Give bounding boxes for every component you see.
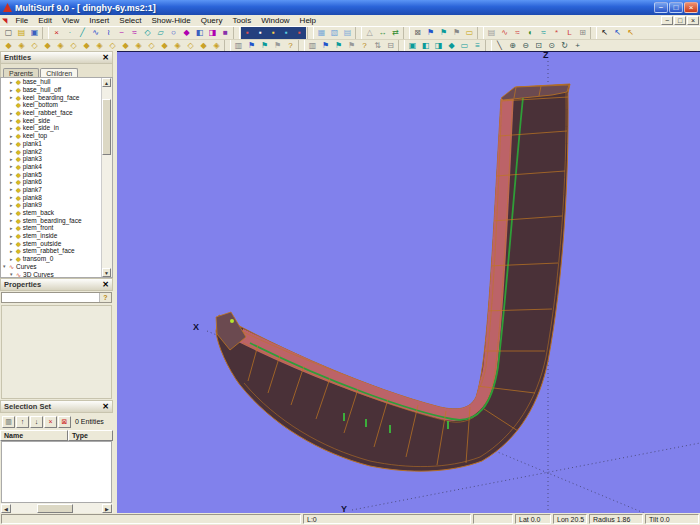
menu-window[interactable]: Window xyxy=(256,16,294,25)
tree-item-stem_back[interactable]: ▸◆stem_back xyxy=(1,209,112,217)
tree-item-plank3[interactable]: ▸◆plank3 xyxy=(1,155,112,163)
menu-help[interactable]: Help xyxy=(295,16,321,25)
hide-children-icon[interactable]: ⚑ xyxy=(258,40,271,52)
child-close-button[interactable]: × xyxy=(687,16,699,25)
surface-developable-icon[interactable]: ◈ xyxy=(54,40,67,52)
tree-scrollbar[interactable]: ▲ ▼ xyxy=(101,78,112,277)
insert-point-icon[interactable]: ∙ xyxy=(63,27,76,39)
show-names-icon[interactable]: ⊟ xyxy=(384,40,397,52)
close-icon[interactable]: ✕ xyxy=(102,281,109,289)
show-marks-icon[interactable]: ⇅ xyxy=(371,40,384,52)
tree-item-curves[interactable]: ▾∿Curves xyxy=(1,263,112,271)
tip-point[interactable] xyxy=(230,319,234,323)
surface-arclofted-icon[interactable]: ◆ xyxy=(2,40,15,52)
show-children-icon[interactable]: ⚑ xyxy=(332,40,345,52)
surface-revolution-icon[interactable]: ◇ xyxy=(106,40,119,52)
insert-bcurve-icon[interactable]: ≀ xyxy=(102,27,115,39)
tree-item-stem_bearding_face[interactable]: ▸◆stem_bearding_face xyxy=(1,216,112,224)
hide-all-icon[interactable]: ⚑ xyxy=(271,40,284,52)
hide-query-icon[interactable]: ? xyxy=(284,40,297,52)
zoom-window-icon[interactable]: ⊡ xyxy=(532,40,545,52)
select-poly-cursor-icon[interactable]: ↖ xyxy=(624,27,637,39)
next-view-icon[interactable]: ⇄ xyxy=(389,27,402,39)
tree-item-plank5[interactable]: ▸◆plank5 xyxy=(1,170,112,178)
surface-subsurface-icon[interactable]: ◇ xyxy=(184,40,197,52)
tree-item-plank9[interactable]: ▸◆plank9 xyxy=(1,201,112,209)
viewport-canvas[interactable]: X Y Z xyxy=(117,52,700,513)
remove-entity-icon[interactable]: × xyxy=(44,416,57,428)
show-selected-icon[interactable]: ▥ xyxy=(306,40,319,52)
menu-edit[interactable]: Edit xyxy=(33,16,57,25)
delete-icon[interactable]: × xyxy=(50,27,63,39)
scroll-thumb[interactable] xyxy=(102,99,111,155)
tree-item-plank4[interactable]: ▸◆plank4 xyxy=(1,163,112,171)
menu-file[interactable]: File xyxy=(10,16,33,25)
insert-snake-icon[interactable]: ≈ xyxy=(128,27,141,39)
display-mode-icon[interactable]: ▤ xyxy=(485,27,498,39)
insert-line-icon[interactable]: ╱ xyxy=(76,27,89,39)
columns-icon[interactable]: ▥ xyxy=(2,416,15,428)
menu-show-hide[interactable]: Show-Hide xyxy=(147,16,196,25)
insert-knot-icon[interactable]: ◆ xyxy=(445,40,458,52)
blink-entity-icon[interactable]: ⚑ xyxy=(437,27,450,39)
minimize-button[interactable]: − xyxy=(654,2,668,13)
surface-ruled-icon[interactable]: ◆ xyxy=(119,40,132,52)
insert-cylinder-icon[interactable]: ◨ xyxy=(206,27,219,39)
maximize-button[interactable]: □ xyxy=(669,2,683,13)
menu-query[interactable]: Query xyxy=(196,16,228,25)
properties-filter-row[interactable]: ? xyxy=(1,292,112,303)
menu-tools[interactable]: Tools xyxy=(227,16,256,25)
view-hidden-line-icon[interactable]: ▪ xyxy=(267,27,280,39)
close-icon[interactable]: ✕ xyxy=(102,54,109,62)
hide-parents-icon[interactable]: ⚑ xyxy=(245,40,258,52)
display-grid-icon[interactable]: ▦ xyxy=(315,27,328,39)
tree-item-plank8[interactable]: ▸◆plank8 xyxy=(1,193,112,201)
copy-surface-icon[interactable]: ▣ xyxy=(406,40,419,52)
insert-ring-icon[interactable]: ○ xyxy=(167,27,180,39)
previous-view-icon[interactable]: ↔ xyxy=(376,27,389,39)
child-minimize-button[interactable]: − xyxy=(661,16,673,25)
menu-insert[interactable]: Insert xyxy=(84,16,114,25)
scroll-down-icon[interactable]: ▼ xyxy=(102,268,111,277)
save-file-icon[interactable]: ▣ xyxy=(28,27,41,39)
hide-selected-icon[interactable]: ▥ xyxy=(232,40,245,52)
surface-foillofted-icon[interactable]: ◈ xyxy=(93,40,106,52)
measure-icon[interactable]: ╲ xyxy=(493,40,506,52)
zoom-out-icon[interactable]: ⊖ xyxy=(519,40,532,52)
tree-item-base_hull[interactable]: ▸◆base_hull xyxy=(1,78,112,86)
tree-item-transom_0[interactable]: ▸◆transom_0 xyxy=(1,255,112,263)
flow-lines-icon[interactable]: ≈ xyxy=(537,27,550,39)
tab-parents[interactable]: Parents xyxy=(3,68,39,77)
select-cursor-icon[interactable]: ↖ xyxy=(598,27,611,39)
surface-blofted-icon[interactable]: ◈ xyxy=(15,40,28,52)
tree-item-plank1[interactable]: ▸◆plank1 xyxy=(1,140,112,148)
tree-item-base_hull_off[interactable]: ▸◆base_hull_off xyxy=(1,86,112,94)
tree-item-stem_rabbet_face[interactable]: ▸◆stem_rabbet_face xyxy=(1,247,112,255)
surface-clofted-icon[interactable]: ◇ xyxy=(28,40,41,52)
surface-curvature-icon[interactable]: ◐ xyxy=(524,27,537,39)
mirror-surface-icon[interactable]: ◧ xyxy=(419,40,432,52)
curvature-comb-icon[interactable]: ≈ xyxy=(511,27,524,39)
tree-item-plank7[interactable]: ▸◆plank7 xyxy=(1,186,112,194)
show-parents-icon[interactable]: ⚑ xyxy=(319,40,332,52)
divide-icon[interactable]: △ xyxy=(363,27,376,39)
zoom-in-icon[interactable]: ⊕ xyxy=(506,40,519,52)
scroll-left-icon[interactable]: ◀ xyxy=(1,504,11,513)
view-shaded-icon[interactable]: ▪ xyxy=(254,27,267,39)
insert-plane-icon[interactable]: ▱ xyxy=(154,27,167,39)
surface-coons-icon[interactable]: ◆ xyxy=(80,40,93,52)
scroll-right-icon[interactable]: ▶ xyxy=(102,504,112,513)
isolate-entity-icon[interactable]: ⚑ xyxy=(450,27,463,39)
close-button[interactable]: × xyxy=(684,2,698,13)
menu-view[interactable]: View xyxy=(57,16,84,25)
insert-ccurve-icon[interactable]: ~ xyxy=(115,27,128,39)
tree-item-plank2[interactable]: ▸◆plank2 xyxy=(1,147,112,155)
child-restore-button[interactable]: □ xyxy=(674,16,686,25)
viewport[interactable]: X Y Z xyxy=(117,51,700,513)
menu-select[interactable]: Select xyxy=(114,16,146,25)
measure-grid-icon[interactable]: ⊞ xyxy=(576,27,589,39)
tree-item-keel_side[interactable]: ▸◆keel_side xyxy=(1,116,112,124)
display-stations-icon[interactable]: ▧ xyxy=(328,27,341,39)
properties-filter-icon[interactable]: ? xyxy=(99,293,111,302)
tree-item-keel_top[interactable]: ▸◆keel_top xyxy=(1,132,112,140)
